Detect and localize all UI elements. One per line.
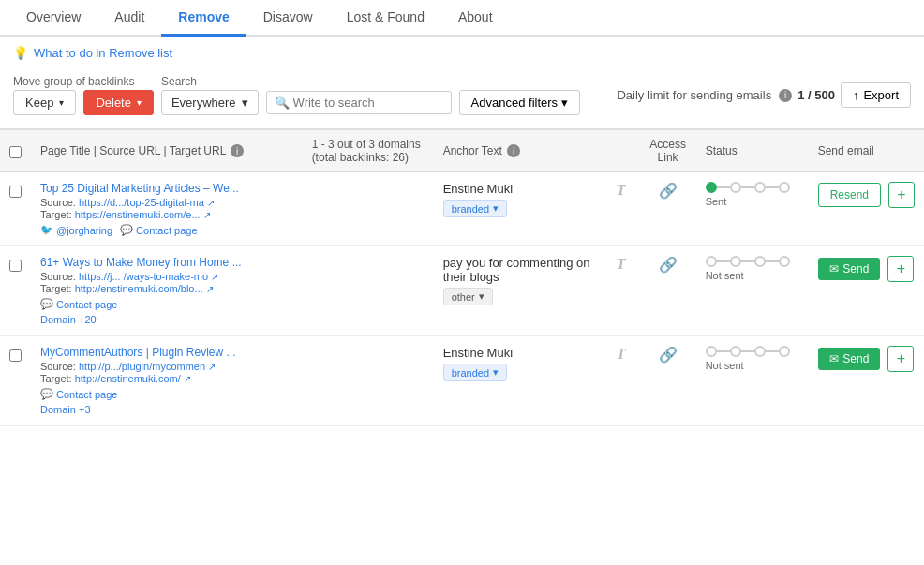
nav-overview[interactable]: Overview bbox=[9, 0, 97, 37]
nav-disavow[interactable]: Disavow bbox=[246, 0, 330, 37]
row2-anchor-badge[interactable]: other ▾ bbox=[443, 288, 493, 305]
row3-checkbox[interactable] bbox=[9, 349, 22, 362]
row3-send-cell: ✉ Send + bbox=[809, 336, 924, 426]
row2-source-link-icon[interactable]: ↗ bbox=[211, 272, 218, 282]
row2-page-cell: 61+ Ways to Make Money from Home ... Sou… bbox=[31, 246, 303, 336]
advanced-filters-button[interactable]: Advanced filters ▾ bbox=[459, 90, 581, 115]
row2-access-cell: 🔗 bbox=[640, 246, 696, 336]
badge-caret: ▾ bbox=[493, 202, 499, 215]
row3-domain-plus[interactable]: Domain +3 bbox=[40, 404, 91, 415]
row1-target-url: Target: https://enstinemuki.com/e... ↗ bbox=[40, 209, 293, 220]
keep-button[interactable]: Keep ▾ bbox=[13, 90, 76, 115]
dot-line-2 bbox=[741, 260, 754, 262]
row2-target-url: Target: http://enstinemuki.com/blo... ↗ bbox=[40, 283, 293, 294]
row1-page-title[interactable]: Top 25 Digital Marketing Articles – We..… bbox=[40, 182, 293, 195]
table-header-row: Page Title | Source URL | Target URL i 1… bbox=[0, 130, 924, 172]
row3-status-indicator bbox=[706, 346, 799, 357]
info-bar: 💡 What to do in Remove list bbox=[0, 37, 924, 69]
row3-anchor-cell: Enstine Muki branded ▾ bbox=[434, 336, 603, 426]
row3-page-title[interactable]: MyCommentAuthors | Plugin Review ... bbox=[40, 346, 293, 359]
row3-target-url: Target: http://enstinemuki.com/ ↗ bbox=[40, 373, 293, 384]
dot-3 bbox=[754, 346, 766, 357]
row2-anchor-cell: pay you for commenting on their blogs ot… bbox=[434, 246, 603, 336]
navigation: Overview Audit Remove Disavow Lost & Fou… bbox=[0, 0, 924, 37]
everywhere-label: Everywhere bbox=[171, 96, 236, 110]
th-checkbox bbox=[0, 130, 31, 172]
everywhere-dropdown[interactable]: Everywhere ▾ bbox=[161, 90, 259, 115]
dot-4 bbox=[779, 256, 790, 267]
th-page-info-icon[interactable]: i bbox=[231, 144, 244, 157]
row2-send-group: ✉ Send + bbox=[818, 256, 915, 282]
export-icon: ↑ bbox=[853, 88, 859, 102]
search-box: 🔍 bbox=[266, 91, 452, 114]
row1-send-cell: Resend + bbox=[809, 172, 924, 246]
dot-line-1 bbox=[717, 350, 730, 352]
row1-contact-link[interactable]: 💬 Contact page bbox=[120, 224, 197, 236]
daily-limit-label: Daily limit for sending emails bbox=[617, 88, 771, 102]
info-link[interactable]: What to do in Remove list bbox=[34, 46, 172, 60]
export-button[interactable]: ↑ Export bbox=[841, 82, 911, 108]
row1-resend-button[interactable]: Resend bbox=[818, 183, 881, 207]
toolbar: Move group of backlinks Keep ▾ Delete ▾ … bbox=[0, 69, 924, 121]
row3-send-button[interactable]: ✉ Send bbox=[818, 348, 880, 370]
row1-social-links: 🐦 @jorgharing 💬 Contact page bbox=[40, 224, 293, 236]
search-input[interactable] bbox=[293, 96, 443, 110]
th-access: Access Link bbox=[640, 130, 696, 172]
dot-line-1 bbox=[717, 260, 730, 262]
search-icon: 🔍 bbox=[275, 96, 290, 110]
th-anchor-info-icon[interactable]: i bbox=[507, 144, 520, 157]
chat-icon: 💬 bbox=[40, 298, 53, 310]
nav-about[interactable]: About bbox=[441, 0, 510, 37]
row3-send-group: ✉ Send + bbox=[818, 346, 915, 372]
row1-checkbox[interactable] bbox=[9, 186, 22, 198]
row1-anchor-badge[interactable]: branded ▾ bbox=[443, 200, 507, 217]
row3-source-link-icon[interactable]: ↗ bbox=[208, 362, 216, 372]
table-row: 61+ Ways to Make Money from Home ... Sou… bbox=[0, 246, 924, 336]
link-icon[interactable]: 🔗 bbox=[659, 183, 678, 199]
daily-limit-info-icon[interactable]: i bbox=[779, 89, 792, 102]
nav-audit[interactable]: Audit bbox=[97, 0, 161, 37]
row2-add-button[interactable]: + bbox=[887, 256, 914, 282]
th-page: Page Title | Source URL | Target URL i bbox=[31, 130, 303, 172]
twitter-icon: 🐦 bbox=[40, 224, 53, 236]
row1-backlinks-cell bbox=[303, 172, 434, 246]
row1-status-cell: Sent bbox=[696, 172, 809, 246]
delete-button[interactable]: Delete ▾ bbox=[83, 90, 154, 115]
row3-source-url: Source: http://p.../plugin/mycommen ↗ bbox=[40, 361, 293, 372]
row2-send-cell: ✉ Send + bbox=[809, 246, 924, 336]
row3-target-link-icon[interactable]: ↗ bbox=[184, 374, 191, 384]
send-email-icon: ✉ bbox=[829, 352, 839, 365]
row1-target-link-icon[interactable]: ↗ bbox=[203, 210, 211, 220]
search-section: Search Everywhere ▾ 🔍 Advanced filters ▾ bbox=[161, 75, 580, 115]
everywhere-caret: ▾ bbox=[242, 96, 248, 110]
daily-limit-count: 1 / 500 bbox=[797, 88, 835, 102]
row3-add-button[interactable]: + bbox=[887, 346, 914, 372]
move-group-buttons: Keep ▾ Delete ▾ bbox=[13, 90, 154, 115]
row2-target-link-icon[interactable]: ↗ bbox=[206, 284, 214, 294]
row2-page-title[interactable]: 61+ Ways to Make Money from Home ... bbox=[40, 256, 293, 269]
broken-link-icon[interactable]: 🔗 bbox=[659, 257, 678, 273]
type-t-icon: T bbox=[617, 182, 626, 198]
nav-remove[interactable]: Remove bbox=[161, 0, 246, 37]
row1-twitter-link[interactable]: 🐦 @jorgharing bbox=[40, 224, 112, 236]
row2-domain-plus[interactable]: Domain +20 bbox=[40, 314, 97, 325]
row2-source-url: Source: https://j... /ways-to-make-mo ↗ bbox=[40, 271, 293, 282]
nav-lost-found[interactable]: Lost & Found bbox=[330, 0, 441, 37]
row3-social-links: 💬 Contact page bbox=[40, 388, 293, 400]
search-row: Everywhere ▾ 🔍 Advanced filters ▾ bbox=[161, 90, 580, 115]
row3-anchor-badge[interactable]: branded ▾ bbox=[443, 364, 507, 381]
row2-checkbox[interactable] bbox=[9, 260, 22, 272]
row2-send-button[interactable]: ✉ Send bbox=[818, 258, 880, 280]
row3-contact-link[interactable]: 💬 Contact page bbox=[40, 388, 117, 400]
row2-contact-link[interactable]: 💬 Contact page bbox=[40, 298, 117, 310]
row1-access-cell: 🔗 bbox=[640, 172, 696, 246]
row1-add-button[interactable]: + bbox=[888, 182, 915, 208]
select-all-checkbox[interactable] bbox=[9, 146, 22, 158]
badge-caret: ▾ bbox=[493, 366, 499, 379]
row1-anchor-cell: Enstine Muki branded ▾ bbox=[434, 172, 603, 246]
broken-link-icon[interactable]: 🔗 bbox=[659, 347, 678, 363]
row1-source-link-icon[interactable]: ↗ bbox=[207, 198, 215, 208]
row3-status-cell: Not sent bbox=[696, 336, 809, 426]
th-status: Status bbox=[696, 130, 809, 172]
move-group-section: Move group of backlinks Keep ▾ Delete ▾ bbox=[13, 75, 154, 115]
